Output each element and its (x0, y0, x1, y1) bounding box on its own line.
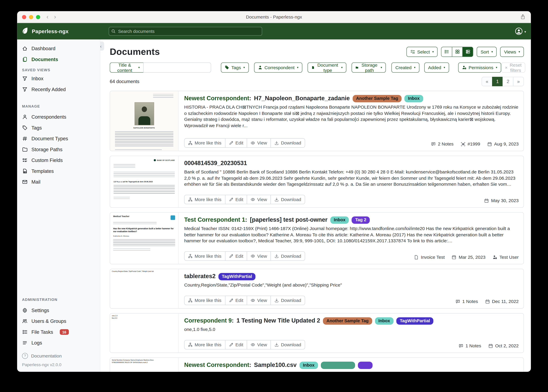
document-title-link[interactable]: [paperless] test post-owner (250, 217, 328, 224)
edit-button[interactable]: Edit (225, 195, 247, 204)
reset-filters-button[interactable]: × Reset filters (501, 63, 526, 73)
sidebar-item-correspondents[interactable]: Correspondents (17, 111, 100, 122)
document-title-link[interactable]: 0004814539_20230531 (184, 160, 247, 167)
app-brand[interactable]: Paperless-ngx (22, 27, 69, 35)
tag-tagwithpartial[interactable]: TagWithPartial (218, 273, 256, 280)
download-button[interactable]: Download (270, 195, 305, 204)
tag-tagwithpartial[interactable]: TagWithPartial (396, 317, 433, 324)
document-thumbnail[interactable]: Medical Teacher Has the new Kirkpatrick … (110, 213, 179, 264)
date-meta[interactable]: May 30, 2023 (484, 198, 519, 203)
view-button[interactable]: View (247, 195, 271, 204)
document-type-meta[interactable]: Invoice Test (414, 254, 445, 260)
sidebar-item-file-tasks[interactable]: File Tasks 16 (17, 326, 100, 337)
sidebar-item-storage-paths[interactable]: Storage Paths (17, 144, 100, 155)
download-button[interactable]: Download (270, 138, 305, 147)
notes-meta[interactable]: 1 Notes (459, 343, 481, 348)
created-filter-button[interactable]: Created ▾ (392, 63, 419, 73)
sidebar-item-settings[interactable]: Settings (17, 305, 100, 315)
asn-meta[interactable]: #1999 (461, 141, 480, 147)
sidebar-item-recently-added[interactable]: Recently Added (17, 84, 100, 95)
pagination-prev[interactable]: « (482, 77, 492, 86)
tag-pill[interactable] (358, 362, 373, 369)
tag-tag-2[interactable]: Tag 2 (352, 216, 370, 224)
more-like-this-button[interactable]: More like this (184, 195, 225, 204)
pagination-next[interactable]: » (513, 77, 524, 86)
document-type-filter-button[interactable]: Document type ▾ (308, 63, 346, 73)
forward-icon[interactable]: › (54, 14, 56, 20)
edit-button[interactable]: Edit (225, 138, 247, 147)
sidebar-item-templates[interactable]: Templates (17, 166, 100, 176)
date-meta[interactable]: Dec 11, 2022 (485, 299, 519, 304)
select-button[interactable]: Select ▾ (406, 47, 438, 57)
download-button[interactable]: Download (270, 340, 305, 350)
date-meta[interactable]: Mar 25, 2023 (452, 254, 485, 260)
sidebar-item-document-types[interactable]: Document Types (17, 133, 100, 144)
detail-view-button[interactable] (462, 47, 473, 56)
minimize-window-button[interactable] (29, 15, 33, 19)
sidebar-item-users-groups[interactable]: Users & Groups (17, 315, 100, 326)
document-thumbnail[interactable]: Serial Number,Company Name,Employee Mark… (110, 358, 179, 372)
view-button[interactable]: View (247, 251, 271, 261)
edit-button[interactable]: Edit (225, 251, 247, 261)
document-correspondent-link[interactable]: Correspondent 9: (184, 317, 234, 324)
more-like-this-button[interactable]: More like this (184, 340, 225, 350)
pagination-page-2[interactable]: 2 (503, 77, 513, 86)
pagination-page-1[interactable]: 1 (492, 77, 503, 86)
views-button[interactable]: Views ▾ (500, 47, 524, 57)
sidebar-collapse-button[interactable]: « (100, 42, 104, 51)
document-title-link[interactable]: H7_Napoleon_Bonaparte_zadanie (254, 95, 350, 102)
filter-field-selector[interactable]: Title & content ▾ (110, 63, 143, 73)
date-meta[interactable]: Oct 2, 2022 (488, 343, 519, 348)
tag-pill[interactable] (321, 362, 355, 369)
sidebar-item-mail[interactable]: Mail (17, 176, 100, 187)
more-like-this-button[interactable]: More like this (184, 296, 225, 305)
search-input[interactable] (109, 27, 262, 35)
document-thumbnail[interactable]: NAPOLEON BONAPARTE (110, 91, 179, 151)
share-icon[interactable] (520, 14, 525, 21)
edit-button[interactable]: Edit (225, 340, 247, 350)
document-correspondent-link[interactable]: Test Correspondent 1: (184, 217, 247, 224)
notes-meta[interactable]: 1 Notes (455, 299, 478, 304)
tag-inbox[interactable]: Inbox (375, 317, 394, 324)
document-title-link[interactable]: Sample100.csv (254, 362, 296, 369)
documentation-link[interactable]: ? Documentation (17, 351, 100, 360)
sort-button[interactable]: Sort ▾ (477, 47, 497, 57)
download-button[interactable]: Download (270, 251, 305, 261)
correspondent-filter-button[interactable]: Correspondent ▾ (254, 63, 302, 73)
view-button[interactable]: View (247, 296, 271, 305)
list-view-button[interactable] (441, 47, 452, 56)
owner-meta[interactable]: Test User (492, 254, 519, 260)
back-icon[interactable]: ‹ (47, 14, 49, 20)
tag-inbox[interactable]: Inbox (330, 216, 349, 224)
view-button[interactable]: View (247, 340, 271, 350)
filter-text-input[interactable] (143, 63, 211, 73)
tag-another-sample-tag[interactable]: Another Sample Tag (323, 317, 372, 324)
close-window-button[interactable] (22, 15, 26, 19)
tag-inbox[interactable]: Inbox (299, 362, 318, 369)
document-thumbnail[interactable]: BANK OF SCOTLAND 2,0 % p. a. auf Ihr Tag… (110, 156, 179, 207)
download-button[interactable]: Download (270, 296, 305, 305)
document-correspondent-link[interactable]: Newest Correspondent: (184, 95, 251, 102)
date-meta[interactable]: Aug 9, 2023 (487, 141, 519, 147)
tag-another-sample-tag[interactable]: Another Sample Tag (353, 95, 402, 102)
sidebar-item-dashboard[interactable]: Dashboard (17, 43, 100, 54)
document-thumbnail[interactable]: one,1.0 five,5.0 (110, 313, 179, 353)
grid-view-button[interactable] (452, 47, 462, 56)
document-title-link[interactable]: 1 Testing New Title Updated 2 (237, 317, 320, 324)
edit-button[interactable]: Edit (225, 296, 247, 305)
document-thumbnail[interactable]: Country,Region/State,"Zip/Postal Code","… (110, 269, 179, 308)
zoom-window-button[interactable] (36, 15, 40, 19)
more-like-this-button[interactable]: More like this (184, 251, 225, 261)
permissions-filter-button[interactable]: Permissions ▾ (458, 63, 501, 73)
sidebar-item-custom-fields[interactable]: Custom Fields (17, 155, 100, 165)
view-button[interactable]: View (247, 138, 271, 147)
sidebar-item-tags[interactable]: Tags (17, 122, 100, 133)
sidebar-item-inbox[interactable]: Inbox (17, 73, 100, 84)
tag-inbox[interactable]: Inbox (404, 95, 423, 102)
sidebar-item-logs[interactable]: Logs (17, 337, 100, 348)
more-like-this-button[interactable]: More like this (184, 138, 225, 147)
sidebar-item-documents[interactable]: Documents (17, 54, 100, 64)
storage-path-filter-button[interactable]: Storage path ▾ (352, 63, 386, 73)
user-menu[interactable]: ▾ (515, 27, 526, 37)
document-correspondent-link[interactable]: Newest Correspondent: (184, 362, 251, 369)
